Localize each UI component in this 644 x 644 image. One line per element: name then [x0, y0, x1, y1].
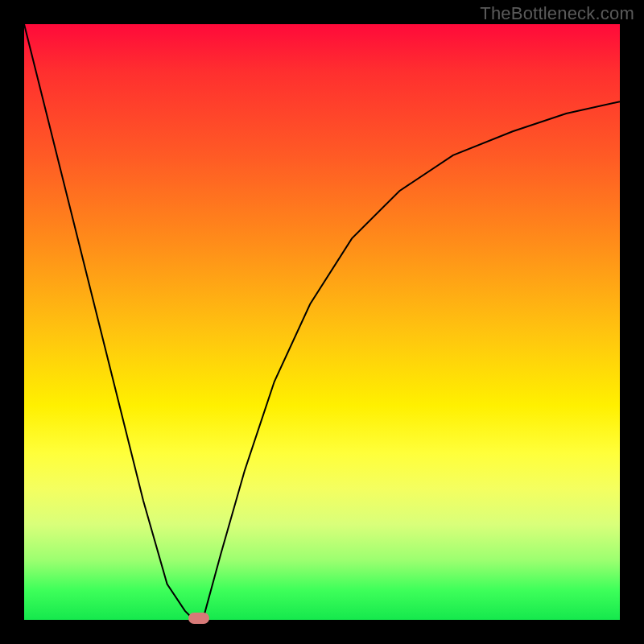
plot-area — [24, 24, 620, 620]
right-branch-path — [203, 101, 620, 620]
watermark-text: TheBottleneck.com — [480, 3, 634, 24]
optimum-marker — [188, 613, 209, 624]
curve-layer — [24, 24, 620, 620]
left-branch-path — [24, 24, 194, 620]
chart-frame: TheBottleneck.com — [0, 0, 644, 644]
